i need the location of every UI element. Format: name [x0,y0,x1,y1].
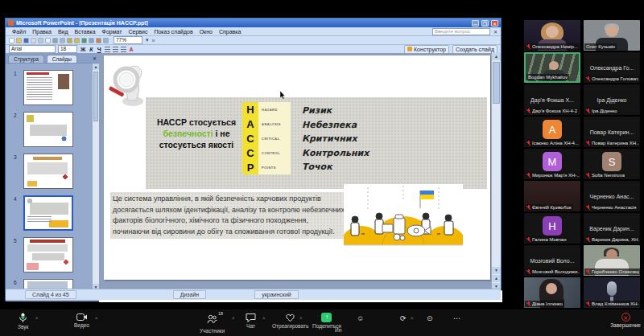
slide-design-button[interactable]: Конструктор [404,45,449,54]
participant-tile[interactable]: Іра Діденко Іра Діденко [584,84,640,115]
new-icon[interactable] [9,38,14,43]
slide-thumbnail[interactable]: 1 [23,70,73,105]
scroll-up-icon[interactable]: ▲ [93,64,99,70]
title-bar[interactable]: Microsoft PowerPoint - [Презентація HACC… [6,18,501,27]
participant-tile[interactable]: Вареник Дарин... Вареник Дарина, ХН... [584,213,640,244]
reactions-smiley-icon[interactable]: ☺ [357,313,364,323]
haccp-row: C CONTROL [242,145,291,160]
chat-button[interactable]: Чат [246,313,256,329]
italic-button[interactable]: К [89,47,93,52]
participants-button[interactable]: 18 Участники [200,313,225,334]
menu-item[interactable]: Формат [99,29,126,35]
underline-button[interactable]: Ч [97,47,102,52]
scroll-up-icon[interactable]: ▲ [492,53,501,60]
zoom-dropdown-icon[interactable]: ▾ [146,37,149,43]
video-button[interactable]: Видео [74,313,89,328]
chat-options-icon[interactable]: ˄ [262,316,266,321]
participant-tile[interactable]: Bogdan Mykhailov [524,52,580,83]
open-icon[interactable] [16,38,22,43]
menu-item[interactable]: Показ слайдов [151,29,196,35]
pane-close-icon[interactable]: ✕ [93,55,97,61]
participant-tile[interactable]: Олег Кузьмін [584,20,640,51]
menu-item[interactable]: Окно [196,29,216,35]
print-icon[interactable] [38,38,43,43]
participant-tile[interactable]: Влад Клименков ХН-... [584,277,640,308]
tab-outline[interactable]: Структура [8,55,44,63]
close-button[interactable]: ✕ [491,20,498,27]
align-right-icon[interactable] [121,47,126,52]
share-button[interactable]: ↑ Поделиться [312,313,341,329]
participant-tile[interactable]: A Ісаєнко Аліна ХН-4... [524,117,580,147]
share-options-icon[interactable]: ˄ [328,316,332,321]
menu-item[interactable]: Файл [9,29,29,35]
participant-name-text: Діана Іллєнко [532,301,563,306]
bold-button[interactable]: Ж [80,47,86,52]
menu-item[interactable]: Сервис [125,29,151,35]
slide-canvas[interactable]: НАССР стосується безпечності і не стосує… [104,55,490,280]
end-meeting-button[interactable]: ✕ Завершение [610,313,641,328]
font-color-icon[interactable]: A [129,47,134,52]
redo-icon[interactable] [89,38,94,43]
participant-tile[interactable]: Черненко Анас... Черненко Анастасія [584,181,640,211]
scroll-down-icon[interactable]: ▼ [492,267,501,274]
save-icon[interactable] [23,38,29,43]
table-icon[interactable] [103,38,109,43]
cut-icon[interactable] [52,38,58,43]
ask-question-box[interactable]: Введите вопрос [432,28,490,35]
scrollbar-thumb[interactable] [93,72,98,121]
apps-options-icon[interactable]: ˄ [411,316,414,321]
new-slide-button[interactable]: Создать слайд [452,45,497,54]
more-icon[interactable]: ⋯ [453,313,460,323]
format-painter-icon[interactable] [74,38,80,43]
undo-icon[interactable] [81,38,87,43]
scrollbar-thumb[interactable] [493,62,500,104]
menu-item[interactable]: Справка [216,29,244,35]
participant-tile[interactable]: Євгеній Кривобок [524,181,580,211]
menu-item[interactable]: Вставка [72,29,99,35]
participants-label: Участники [200,328,225,334]
react-button[interactable]: Отреагировать [272,313,308,329]
participant-tile[interactable]: Олександра Го... Олександра Головат... [584,52,640,83]
audio-button[interactable]: Звук [18,313,28,330]
participant-tile[interactable]: Мозговий Воло... Мозговий Володими... [524,245,580,276]
thumbnail-scrollbar[interactable]: ▲ ▼ [92,64,99,290]
spelling-icon[interactable] [45,38,51,43]
font-size-combo[interactable]: 18 [58,45,77,53]
menu-item[interactable]: Вид [55,29,72,35]
copy-icon[interactable] [60,38,65,43]
align-left-icon[interactable] [105,47,110,52]
document-close-icon[interactable]: ✕ [493,29,497,35]
participant-tile[interactable]: H Галина Мовчан [524,213,580,244]
audio-options-icon[interactable]: ˄ [35,316,39,321]
slide-thumbnail[interactable]: 2 [23,112,73,147]
participant-tile[interactable]: Діана Іллєнко [524,277,580,308]
record-icon[interactable]: ⊙ [427,313,433,323]
video-options-icon[interactable]: ˄ [95,316,98,321]
minimize-button[interactable]: ─ [472,20,479,27]
email-icon[interactable] [31,38,36,43]
font-name-combo[interactable]: Arial [9,45,56,53]
slide-title-highlight: безпечності [163,129,213,138]
slide-thumbnail[interactable]: 4 [23,195,73,231]
slide-thumbnail[interactable]: 5 [23,237,73,272]
tab-slides[interactable]: Слайды [47,55,77,63]
participant-tile[interactable]: Горобченко Олександ... [584,245,640,276]
participant-tile[interactable]: Дар'я Фокша Х... Дар'я Фокша ХН-4-2 [524,84,580,115]
align-center-icon[interactable] [113,47,118,52]
slide-thumbnail[interactable]: 3 [23,154,73,189]
toolbar-options-icon[interactable]: » [152,38,155,43]
participant-tile[interactable]: Повар Катерин... Повар Катерина ХН... [584,117,640,147]
participants-options-icon[interactable]: ˄ [232,316,235,321]
participant-tile[interactable]: Олександра Нємір... [524,20,580,51]
menu-item[interactable]: Правка [29,29,55,35]
restore-button[interactable]: ❐ [481,20,489,27]
apps-icon[interactable]: ⟳ [400,313,407,323]
paste-icon[interactable] [67,38,72,43]
chart-icon[interactable] [96,38,101,43]
previous-slide-icon[interactable]: ▲ [492,275,501,282]
participant-tile[interactable]: S Sofia Nemirova [584,149,640,179]
editor-scrollbar[interactable]: ▲ ▼ ▲ ▼ [491,53,501,290]
participant-tile[interactable]: M Миронюк Мар'я ХН-... [524,149,580,179]
zoom-level-box[interactable]: 77% [114,36,142,44]
react-options-icon[interactable]: ˄ [299,316,303,321]
